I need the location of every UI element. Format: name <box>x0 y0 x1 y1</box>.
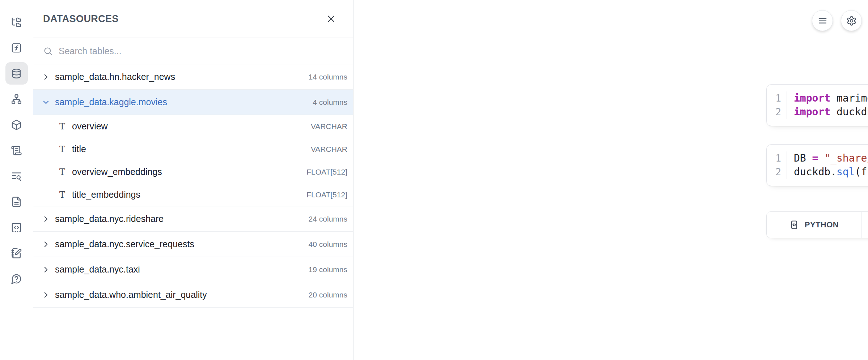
sidebar-item-snippets[interactable] <box>5 216 28 239</box>
notebook-filename: ./motherduck.py <box>766 45 868 53</box>
network-icon <box>11 94 22 105</box>
text-type-icon: T <box>57 121 67 132</box>
table-row[interactable]: sample_data.nyc.taxi 19 columns <box>33 257 353 282</box>
folder-tree-icon <box>11 17 22 28</box>
search-icon <box>43 46 53 56</box>
search-tables-input[interactable] <box>59 46 346 56</box>
icon-rail <box>0 0 33 360</box>
column-type: VARCHAR <box>311 122 347 131</box>
column-row[interactable]: T overview_embeddings FLOAT[512] <box>33 160 353 183</box>
column-list: T overview VARCHAR T title VARCHAR T ove… <box>33 115 353 206</box>
sidebar-item-scratchpad[interactable] <box>5 242 28 264</box>
chevron-right-icon <box>41 240 51 249</box>
column-name: title_embeddings <box>67 189 306 200</box>
cell-line-numbers: 12 <box>767 151 787 179</box>
add-cell-button-markdown[interactable]: MARKDOWN <box>861 212 868 238</box>
table-name: sample_data.hn.hacker_news <box>51 72 309 82</box>
table-name: sample_data.nyc.rideshare <box>51 214 309 224</box>
table-column-count: 40 columns <box>309 240 347 249</box>
table-column-count: 14 columns <box>309 73 347 81</box>
sidebar-item-dependencies[interactable] <box>5 88 28 110</box>
file-text-icon <box>11 196 22 207</box>
table-column-count: 4 columns <box>313 98 347 107</box>
column-name: title <box>67 144 311 154</box>
column-name: overview_embeddings <box>67 167 306 177</box>
code-card-icon <box>789 220 799 230</box>
column-row[interactable]: T title_embeddings FLOAT[512] <box>33 183 353 206</box>
cell-code[interactable]: import marimo as moimport duckdb <box>787 91 868 119</box>
table-column-count: 19 columns <box>309 265 347 274</box>
table-row[interactable]: sample_data.who.ambient_air_quality 20 c… <box>33 282 353 308</box>
sidebar-item-find[interactable] <box>5 165 28 187</box>
notebook-pen-icon <box>11 248 22 259</box>
code-cell[interactable]: 12 DB = "_share/sample_data/23b0d623-136… <box>766 144 868 186</box>
column-type: VARCHAR <box>311 145 347 154</box>
package-icon <box>11 119 22 130</box>
cells-container: 12 import marimo as moimport duckdb 12 D… <box>766 84 868 186</box>
table-row[interactable]: sample_data.hn.hacker_news 14 columns <box>33 64 353 90</box>
datasources-panel: DATASOURCES sample_data.hn.hacker_news 1… <box>33 0 353 360</box>
cell-line-numbers: 12 <box>767 91 787 119</box>
database-icon <box>11 68 22 79</box>
table-row[interactable]: sample_data.nyc.rideshare 24 columns <box>33 206 353 232</box>
sidebar-item-datasources[interactable] <box>5 62 28 85</box>
code-square-dashed-icon <box>11 222 22 233</box>
chevron-right-icon <box>41 265 51 274</box>
sidebar-item-help[interactable] <box>5 267 28 290</box>
menu-icon <box>817 16 828 26</box>
menu-button[interactable] <box>812 10 833 31</box>
notebook-area: ./motherduck.py 12 import marimo as moim… <box>354 0 868 360</box>
column-name: overview <box>67 121 311 132</box>
table-list: sample_data.hn.hacker_news 14 columns sa… <box>33 64 353 308</box>
text-type-icon: T <box>57 190 67 200</box>
sidebar-item-file-explorer[interactable] <box>5 11 28 33</box>
column-row[interactable]: T title VARCHAR <box>33 138 353 160</box>
help-chat-icon <box>11 273 22 284</box>
chevron-down-icon <box>41 98 51 107</box>
table-column-count: 24 columns <box>309 215 347 223</box>
chevron-right-icon <box>41 290 51 300</box>
sidebar-item-packages[interactable] <box>5 113 28 136</box>
function-square-icon <box>11 42 22 53</box>
panel-title: DATASOURCES <box>43 13 326 25</box>
chevron-right-icon <box>41 72 51 82</box>
panel-header: DATASOURCES <box>33 0 353 38</box>
table-row[interactable]: sample_data.kaggle.movies 4 columns <box>33 90 353 115</box>
cell-code[interactable]: DB = "_share/sample_data/23b0d623-1361-4… <box>787 151 868 179</box>
gear-icon <box>846 16 857 26</box>
scroll-text-icon <box>11 145 22 156</box>
code-cell[interactable]: 12 import marimo as moimport duckdb <box>766 84 868 126</box>
sidebar-item-logs[interactable] <box>5 139 28 162</box>
table-name: sample_data.who.ambient_air_quality <box>51 290 309 300</box>
table-name: sample_data.nyc.service_requests <box>51 239 309 249</box>
table-name: sample_data.kaggle.movies <box>51 97 313 107</box>
chevron-right-icon <box>41 214 51 224</box>
table-column-count: 20 columns <box>309 291 347 299</box>
sidebar-item-documentation[interactable] <box>5 190 28 213</box>
text-type-icon: T <box>57 144 67 154</box>
settings-button[interactable] <box>841 10 862 31</box>
table-row[interactable]: sample_data.nyc.service_requests 40 colu… <box>33 232 353 257</box>
column-type: FLOAT[512] <box>306 190 347 199</box>
text-search-icon <box>11 171 22 182</box>
add-cell-button-python[interactable]: PYTHON <box>767 212 861 238</box>
search-row <box>33 38 353 64</box>
close-panel-button[interactable] <box>326 13 338 25</box>
close-icon <box>326 13 336 24</box>
table-name: sample_data.nyc.taxi <box>51 264 309 275</box>
add-cell-button-label: PYTHON <box>805 220 839 230</box>
column-row[interactable]: T overview VARCHAR <box>33 115 353 138</box>
column-type: FLOAT[512] <box>306 168 347 176</box>
text-type-icon: T <box>57 167 67 177</box>
add-cell-bar: PYTHON MARKDOWN SQL GENERATE WITH AI <box>766 211 868 238</box>
sidebar-item-variables[interactable] <box>5 37 28 59</box>
